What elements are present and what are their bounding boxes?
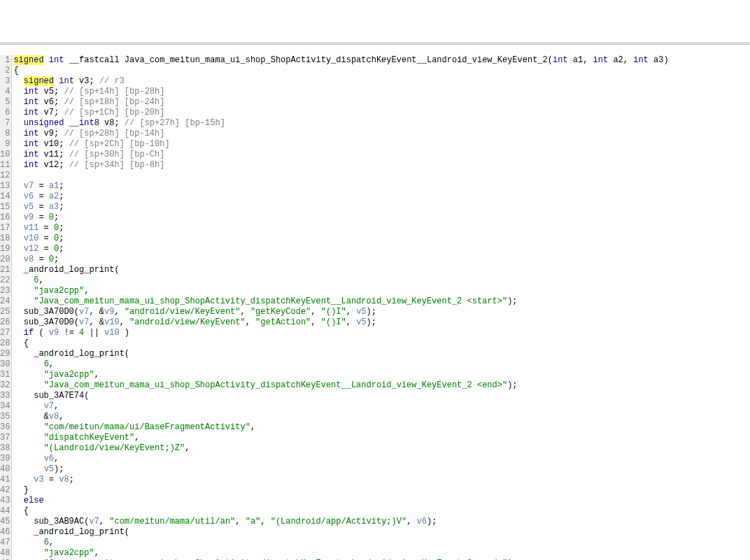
token: , [246,317,255,327]
token [13,97,23,107]
line-number: 16 [0,213,10,223]
line-number: 17 [0,223,10,234]
token: "()I" [321,317,346,327]
token: int [24,97,39,107]
token: ); [507,380,517,390]
line-number: 7 [0,118,10,129]
token: "java2cpp" [34,286,84,296]
code-line[interactable]: "java2cpp", [13,370,750,380]
code-line[interactable]: int v5; // [sp+14h] [bp-28h] [13,87,750,97]
token: ); [507,296,517,306]
token [13,223,23,233]
code-line[interactable]: v11 = 0; [13,223,750,234]
line-number: 2 [0,66,10,76]
code-line[interactable]: _android_log_print( [13,265,750,275]
code-line[interactable]: _android_log_print( [13,349,750,359]
token: , [94,548,99,558]
code-line[interactable]: int v9; // [sp+28h] [bp-14h] [13,129,750,139]
token: int [59,76,74,86]
line-number: 31 [0,370,10,380]
token: "com/meitun/mama/util/an" [109,517,235,526]
token: v5 [356,307,366,317]
token [13,234,23,243]
token: Java_com_meitun_mama_ui_shop_ShopActivit… [125,55,548,65]
code-line[interactable]: { [13,66,750,76]
code-line[interactable]: &v8, [13,412,750,422]
code-line[interactable]: v8 = 0; [13,254,750,265]
code-line[interactable]: int v7; // [sp+1Ch] [bp-20h] [13,108,750,118]
code-line[interactable]: v10 = 0; [13,234,750,244]
code-line[interactable]: sub_3AB9AC(v7, "com/meitun/mama/util/an"… [13,517,750,527]
code-line[interactable]: } [13,485,750,496]
token [13,328,23,338]
token: a3 [49,202,59,212]
code-line[interactable]: int v12; // [sp+34h] [bp-8h] [13,160,750,171]
line-number: 43 [0,496,10,506]
code-line[interactable]: signed int v3; // r3 [13,76,750,87]
code-line[interactable]: int v6; // [sp+18h] [bp-24h] [13,97,750,108]
code-line[interactable]: else [13,496,750,506]
code-line[interactable]: v12 = 0; [13,244,750,254]
token [13,538,43,547]
code-line[interactable]: "java2cpp", [13,286,750,296]
code-line[interactable]: "Java_com_meitun_mama_ui_shop_ShopActivi… [13,380,750,391]
code-line[interactable]: { [13,506,750,517]
code-text-area[interactable]: signed int __fastcall Java_com_meitun_ma… [12,55,750,560]
code-line[interactable]: "dispatchKeyEvent", [13,433,750,443]
token: v7 [89,517,99,526]
code-line[interactable]: v3 = v8; [13,475,750,485]
code-line[interactable]: { [13,338,750,349]
token [13,401,43,411]
code-line[interactable]: sub_3A70D0(v7, &v10, "android/view/KeyEv… [13,317,750,328]
code-line[interactable]: if ( v9 != 4 || v10 ) [13,328,750,338]
token: = [38,244,54,254]
token: sub_3A70D0( [13,317,79,327]
code-line[interactable]: v7, [13,401,750,412]
code-line[interactable]: 6, [13,538,750,548]
code-line[interactable]: v9 = 0; [13,213,750,223]
token: = [34,192,49,201]
code-line[interactable]: v7 = a1; [13,181,750,192]
token: = [34,202,49,212]
code-line[interactable]: "com/meitun/mama/ui/BaseFragmentActivity… [13,422,750,433]
line-number: 33 [0,391,10,401]
code-line[interactable]: 6, [13,275,750,286]
code-line[interactable] [13,171,750,181]
token: int [593,55,609,65]
code-line[interactable]: v6 = a2; [13,192,750,202]
line-number: 29 [0,349,10,359]
token: a1, [568,55,593,65]
token: v10 [24,234,39,243]
code-line[interactable]: "java2cpp", [13,548,750,559]
token: int [24,139,39,149]
token: != [59,328,79,338]
code-line[interactable]: sub_3A70D0(v7, &v9, "android/view/KeyEve… [13,307,750,317]
code-line[interactable]: _android_log_print( [13,527,750,538]
code-line[interactable]: sub_3A7E74( [13,391,750,401]
line-number: 35 [0,412,10,422]
token: ( [34,328,49,338]
code-line[interactable]: v5 = a3; [13,202,750,213]
code-line[interactable]: signed int __fastcall Java_com_meitun_ma… [13,55,750,66]
code-line[interactable]: v5); [13,464,750,475]
token [44,55,49,65]
token: ); [427,517,437,526]
token [13,454,43,464]
code-line[interactable]: v6, [13,454,750,464]
token: 0 [49,254,54,264]
code-line[interactable]: "(Landroid/view/KeyEvent;)Z", [13,443,750,454]
code-line[interactable]: unsigned __int8 v8; // [sp+27h] [bp-15h] [13,118,750,129]
code-line[interactable]: 6, [13,359,750,370]
code-line[interactable]: "Java_com_meitun_mama_ui_shop_ShopActivi… [13,296,750,307]
token: "com/meitun/mama/ui/BaseFragmentActivity… [44,422,250,432]
token: "(Landroid/app/Activity;)V" [271,517,406,526]
line-number: 3 [0,76,10,87]
horizontal-scrollbar[interactable] [0,42,750,45]
line-number: 10 [0,150,10,160]
code-line[interactable]: int v10; // [sp+2Ch] [bp-10h] [13,139,750,150]
token: ; [54,213,59,222]
token [13,296,34,306]
token: v7; [38,108,64,117]
token: v12 [24,244,39,254]
code-line[interactable]: int v11; // [sp+30h] [bp-Ch] [13,150,750,160]
